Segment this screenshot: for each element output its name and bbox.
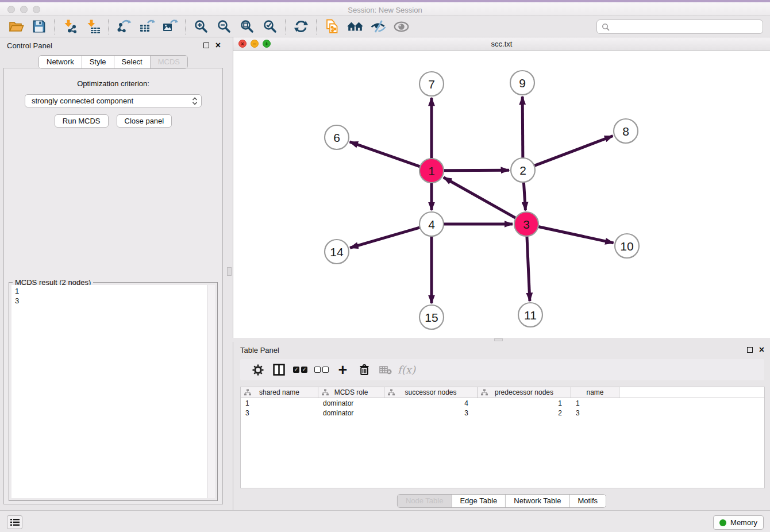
cell-shared-name[interactable]: 3 (241, 409, 318, 417)
column-header-name[interactable]: name (571, 387, 619, 398)
graph-edge-1-6[interactable] (350, 142, 421, 167)
import-table-button[interactable] (82, 18, 105, 35)
export-image-button[interactable] (159, 18, 182, 35)
search-box[interactable] (596, 20, 763, 34)
window-title: Session: New Session (0, 6, 770, 14)
import-network-icon (63, 19, 78, 34)
table-row[interactable]: 1 dominator 4 1 1 (241, 398, 764, 408)
close-panel-icon[interactable]: × (215, 42, 221, 48)
cell-successor-nodes[interactable]: 4 (384, 399, 478, 407)
cell-predecessor-nodes[interactable]: 2 (478, 409, 571, 417)
tab-network-table[interactable]: Network Table (506, 495, 569, 507)
add-column-button[interactable]: + (332, 361, 353, 379)
plus-icon: + (338, 363, 348, 377)
tab-edge-table[interactable]: Edge Table (452, 495, 506, 507)
zoom-in-button[interactable] (190, 18, 213, 35)
table-panel: Table Panel × ✓✓ + f(x) shared name MCDS… (233, 342, 770, 510)
table-header-filler (619, 387, 764, 398)
toolbar-separator (316, 19, 317, 34)
mcds-result-line: 3 (15, 296, 204, 306)
zoom-out-button[interactable] (213, 18, 236, 35)
open-folder-icon (9, 20, 24, 33)
criterion-select[interactable]: strongly connected component (25, 94, 202, 107)
table-panel-title: Table Panel (240, 346, 279, 354)
tab-network[interactable]: Network (39, 56, 82, 68)
task-history-button[interactable] (7, 515, 22, 529)
column-header-mcds-role[interactable]: MCDS role (318, 387, 384, 398)
mcds-result-box: MCDS result (2 nodes) 1 3 (9, 282, 218, 501)
graph-edge-3-11[interactable] (527, 236, 530, 301)
export-table-button[interactable] (136, 18, 159, 35)
cell-name[interactable]: 3 (571, 409, 619, 417)
tab-mcds[interactable]: MCDS (151, 56, 187, 68)
memory-button[interactable]: Memory (713, 515, 764, 530)
graphics-details-button[interactable] (367, 18, 390, 35)
tab-node-table[interactable]: Node Table (398, 495, 452, 507)
float-panel-icon[interactable] (203, 43, 209, 48)
zoom-fit-button[interactable] (236, 18, 259, 35)
graph-edge-4-14[interactable] (350, 228, 421, 248)
deselect-all-button[interactable] (311, 361, 332, 379)
application-window: Session: New Session Control Panel (0, 0, 770, 532)
select-all-button[interactable]: ✓✓ (290, 361, 311, 379)
result-scrollbar[interactable] (207, 285, 215, 498)
vertical-splitter-handle[interactable] (227, 267, 232, 276)
tab-select[interactable]: Select (114, 56, 151, 68)
cell-mcds-role[interactable]: dominator (318, 409, 384, 417)
show-column-button[interactable] (268, 361, 290, 379)
delete-column-button[interactable] (353, 361, 375, 379)
cell-successor-nodes[interactable]: 3 (384, 409, 478, 417)
zoom-out-icon (217, 20, 231, 33)
float-panel-icon[interactable] (747, 347, 753, 353)
cell-predecessor-nodes[interactable]: 1 (478, 399, 571, 407)
graph-edge-1-2[interactable] (443, 170, 509, 171)
graph-node-label-6: 6 (333, 131, 340, 144)
gear-icon (252, 364, 264, 376)
graph-edge-2-8[interactable] (534, 136, 613, 166)
graph-edge-3-10[interactable] (538, 226, 614, 243)
graph-node-label-2: 2 (519, 164, 526, 177)
cell-mcds-role[interactable]: dominator (318, 399, 384, 407)
table-settings-button[interactable] (247, 361, 268, 379)
tab-style[interactable]: Style (82, 56, 114, 68)
import-network-button[interactable] (59, 18, 82, 35)
apply-layout-button[interactable] (290, 18, 313, 35)
tab-motifs[interactable]: Motifs (569, 495, 606, 507)
graph-node-label-3: 3 (523, 218, 530, 231)
zoom-fit-icon (240, 20, 254, 33)
network-view-window: × − + scc.txt 1234678910111415 (233, 37, 770, 338)
open-file-button[interactable] (5, 18, 28, 35)
graph-edge-3-1[interactable] (444, 178, 517, 218)
save-session-button[interactable] (28, 18, 51, 35)
cell-name[interactable]: 1 (571, 399, 619, 407)
vertical-splitter[interactable] (226, 37, 233, 510)
mcds-result-list[interactable]: 1 3 (11, 285, 207, 498)
delete-table-button (375, 361, 396, 379)
table-row[interactable]: 3 dominator 3 2 3 (241, 408, 764, 418)
home-networks-button[interactable] (344, 18, 367, 35)
cell-shared-name[interactable]: 1 (241, 399, 318, 407)
search-input[interactable] (613, 22, 758, 32)
bird-view-button[interactable] (390, 18, 413, 35)
export-network-button[interactable] (113, 18, 136, 35)
duplicate-network-button[interactable] (321, 18, 344, 35)
zoom-selected-button[interactable] (259, 18, 282, 35)
network-canvas[interactable]: 1234678910111415 (233, 51, 770, 338)
network-graph[interactable]: 1234678910111415 (233, 51, 770, 338)
horizontal-splitter[interactable] (233, 338, 770, 342)
control-panel: Control Panel × Network Style Select MCD… (0, 37, 226, 510)
export-network-icon (117, 19, 132, 34)
graph-edge-2-9[interactable] (522, 97, 523, 159)
graph-node-label-1: 1 (428, 164, 435, 178)
duplicate-network-icon (325, 19, 339, 34)
horizontal-splitter-handle[interactable] (494, 338, 503, 341)
run-mcds-button[interactable]: Run MCDS (55, 114, 109, 128)
close-panel-icon[interactable]: × (759, 346, 764, 353)
column-header-predecessor-nodes[interactable]: predecessor nodes (478, 387, 571, 398)
eye-icon (394, 21, 409, 32)
close-panel-button[interactable]: Close panel (117, 114, 172, 128)
control-panel-header: Control Panel × (0, 37, 226, 53)
column-header-shared-name[interactable]: shared name (241, 387, 318, 398)
graph-edge-2-3[interactable] (523, 182, 525, 210)
column-header-successor-nodes[interactable]: successor nodes (384, 387, 478, 398)
